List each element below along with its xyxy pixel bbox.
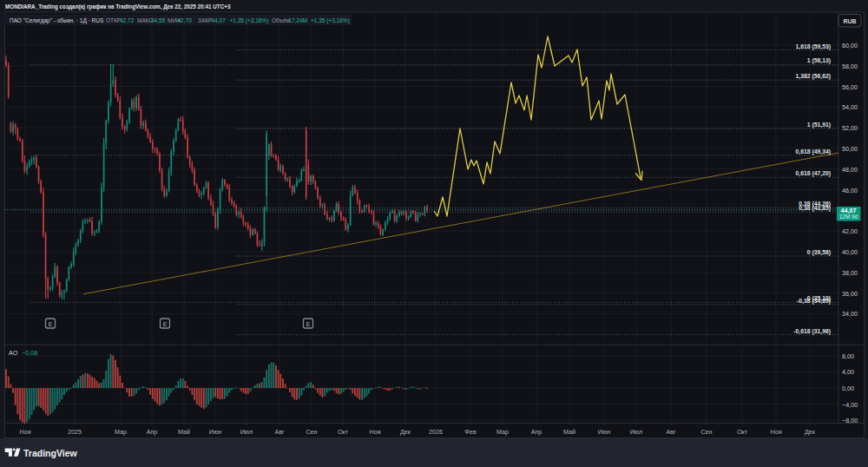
svg-text:44,55: 44,55 (151, 17, 166, 23)
svg-text:Июн: Июн (598, 428, 611, 436)
svg-text:ЗАКР: ЗАКР (198, 17, 212, 23)
svg-text:ОТКР: ОТКР (106, 17, 121, 23)
svg-text:1 (51,91): 1 (51,91) (807, 122, 831, 128)
svg-text:0,00: 0,00 (842, 385, 854, 392)
svg-text:−0,08: −0,08 (22, 349, 37, 357)
svg-text:Объём: Объём (272, 17, 290, 23)
svg-text:60,00: 60,00 (842, 42, 858, 49)
svg-text:Май: Май (563, 428, 575, 436)
svg-text:TradingView: TradingView (23, 448, 77, 458)
svg-text:Авг: Авг (666, 428, 676, 436)
svg-text:56,00: 56,00 (842, 83, 858, 91)
svg-text:Сен: Сен (700, 428, 712, 436)
svg-text:12М 9d: 12М 9d (839, 214, 858, 220)
svg-text:1,382 (56,62): 1,382 (56,62) (796, 73, 831, 80)
svg-text:2025: 2025 (68, 428, 82, 436)
svg-text:54,00: 54,00 (842, 103, 858, 111)
svg-text:+1,35 (+3,16%): +1,35 (+3,16%) (230, 17, 269, 24)
svg-text:Ноя: Ноя (770, 428, 781, 436)
svg-text:E: E (49, 321, 53, 327)
svg-text:ПАО "Селигдар" - обыкн. · 1Д ·: ПАО "Селигдар" - обыкн. · 1Д · RUS (10, 17, 104, 24)
svg-text:-0,618 (31,96): -0,618 (31,96) (793, 328, 831, 335)
svg-text:Окт: Окт (737, 428, 748, 436)
svg-text:Июл: Июл (630, 428, 643, 436)
svg-text:40,00: 40,00 (842, 248, 858, 256)
svg-text:Сен: Сен (306, 428, 317, 436)
svg-text:17,24M: 17,24M (289, 17, 308, 23)
svg-text:+1,35 (+3,16%): +1,35 (+3,16%) (311, 17, 350, 24)
svg-text:36,00: 36,00 (842, 290, 858, 298)
svg-text:0 (39,58): 0 (39,58) (807, 249, 831, 256)
svg-text:58,00: 58,00 (842, 62, 858, 70)
svg-text:44,07: 44,07 (212, 17, 227, 23)
svg-text:Дек: Дек (400, 428, 411, 436)
svg-text:−4,00: −4,00 (842, 401, 858, 409)
svg-text:Авг: Авг (274, 428, 285, 436)
svg-text:46,00: 46,00 (842, 187, 858, 194)
svg-text:42,72: 42,72 (120, 17, 135, 23)
svg-text:Дек: Дек (805, 428, 816, 436)
svg-text:1 (58,13): 1 (58,13) (807, 57, 831, 64)
svg-text:Июн: Июн (209, 428, 222, 436)
svg-text:-0,38 (34,89): -0,38 (34,89) (797, 298, 831, 305)
svg-text:AO: AO (9, 349, 18, 357)
svg-text:0,38 (43,85): 0,38 (43,85) (799, 205, 831, 212)
svg-text:Ноя: Ноя (369, 428, 380, 436)
svg-text:4,00: 4,00 (842, 368, 854, 376)
svg-text:48,00: 48,00 (842, 166, 858, 174)
svg-text:1,618 (59,53): 1,618 (59,53) (796, 43, 831, 50)
svg-text:Мар: Мар (496, 428, 509, 436)
svg-text:52,00: 52,00 (842, 124, 858, 132)
svg-text:MONDIARA_Trading создал(а) гра: MONDIARA_Trading создал(а) график на Tra… (5, 3, 231, 10)
svg-text:42,00: 42,00 (842, 227, 858, 235)
svg-text:E: E (163, 321, 168, 327)
svg-text:42,70: 42,70 (178, 17, 193, 23)
svg-text:38,00: 38,00 (842, 269, 858, 277)
svg-text:Мар: Мар (115, 428, 127, 436)
svg-text:Май: Май (178, 428, 190, 436)
svg-text:Фев: Фев (464, 428, 476, 436)
svg-text:RUB: RUB (843, 18, 856, 24)
svg-text:E: E (306, 321, 311, 327)
svg-text:Апр: Апр (147, 428, 158, 436)
svg-text:50,00: 50,00 (842, 145, 858, 153)
svg-text:0,618 (49,34): 0,618 (49,34) (796, 148, 831, 155)
svg-text:Ноя: Ноя (19, 428, 30, 436)
svg-text:Окт: Окт (338, 428, 349, 436)
svg-text:Апр: Апр (531, 428, 542, 436)
svg-text:−8,00: −8,00 (842, 417, 858, 424)
svg-text:2026: 2026 (429, 428, 443, 436)
svg-text:8,00: 8,00 (842, 352, 854, 360)
svg-text:0,618 (47,20): 0,618 (47,20) (796, 170, 831, 177)
svg-text:Июл: Июл (240, 428, 253, 436)
svg-text:34,00: 34,00 (842, 310, 858, 318)
